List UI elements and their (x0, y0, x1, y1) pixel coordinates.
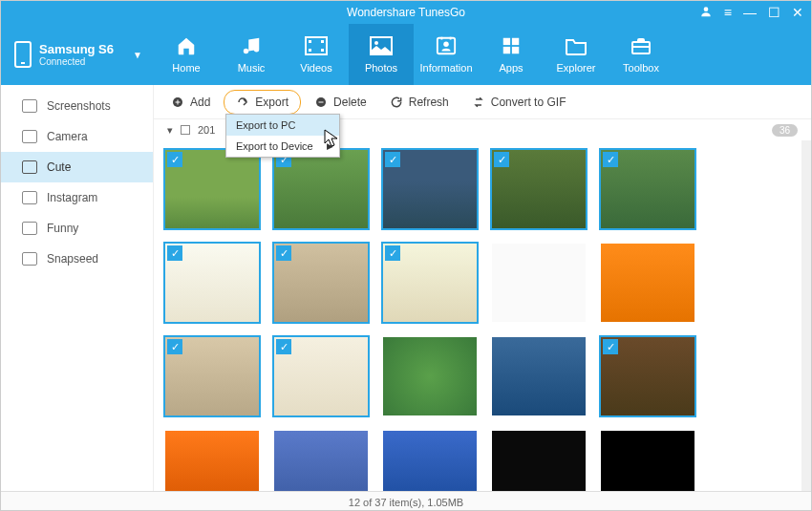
photo-thumb[interactable]: ✓ (272, 148, 370, 230)
svg-rect-13 (512, 47, 519, 53)
check-icon: ✓ (385, 245, 400, 261)
svg-rect-4 (321, 40, 324, 43)
export-button[interactable]: Export (226, 92, 298, 113)
sidebar-item-instagram[interactable]: Instagram (1, 182, 153, 213)
nav-photos[interactable]: Photos (349, 24, 414, 85)
check-icon: ✓ (494, 152, 509, 167)
thumb-image (492, 431, 586, 491)
sidebar-label: Camera (47, 130, 88, 143)
nav-label: Photos (365, 62, 397, 74)
photo-thumb[interactable]: ✓ (163, 148, 261, 230)
toolbar: Add Export Delete Refresh Convert to GIF… (154, 85, 811, 119)
sidebar-item-camera[interactable]: Camera (1, 121, 153, 152)
music-icon (239, 35, 264, 56)
nav-information[interactable]: Information (414, 24, 479, 85)
sidebar-label: Screenshots (47, 99, 111, 113)
header: Samsung S6 Connected ▼ HomeMusicVideosPh… (1, 24, 811, 85)
photo-thumb[interactable]: ✓ (381, 148, 479, 230)
status-bar: 12 of 37 item(s), 1.05MB (1, 491, 811, 511)
sidebar: ScreenshotsCameraCuteInstagramFunnySnaps… (1, 85, 154, 491)
nav-apps[interactable]: Apps (479, 24, 544, 85)
apps-icon (499, 35, 524, 56)
nav-label: Apps (499, 62, 523, 74)
photo-thumb[interactable]: ✓ (381, 242, 479, 324)
photo-thumb[interactable] (163, 429, 261, 491)
thumb-image (383, 431, 477, 491)
check-icon: ✓ (167, 339, 182, 354)
photo-thumb[interactable] (599, 242, 696, 324)
app-title: Wondershare TunesGo (347, 6, 465, 19)
album-icon (22, 160, 37, 174)
phone-icon (14, 41, 32, 68)
photo-thumb[interactable]: ✓ (163, 335, 261, 417)
photo-thumb[interactable] (381, 429, 479, 491)
nav-music[interactable]: Music (219, 24, 284, 85)
check-icon: ✓ (385, 152, 400, 167)
svg-rect-10 (503, 38, 510, 45)
device-selector[interactable]: Samsung S6 Connected ▼ (1, 24, 154, 85)
menu-icon[interactable]: ≡ (724, 5, 732, 20)
sidebar-item-cute[interactable]: Cute (1, 152, 153, 182)
nav-label: Toolbox (623, 62, 659, 74)
maximize-icon[interactable]: ☐ (768, 5, 780, 20)
checkbox-icon[interactable] (181, 125, 190, 135)
device-status: Connected (39, 56, 114, 67)
photo-thumb[interactable] (490, 335, 588, 417)
sidebar-label: Funny (47, 222, 78, 235)
svg-rect-2 (309, 40, 311, 43)
export-to-pc-item[interactable]: Export to PC (226, 115, 339, 136)
export-highlight: Export (224, 90, 301, 115)
check-icon: ✓ (276, 339, 291, 354)
nav-videos[interactable]: Videos (284, 24, 349, 85)
minimize-icon[interactable]: — (743, 5, 757, 20)
nav-label: Explorer (557, 62, 596, 74)
title-bar: Wondershare TunesGo ≡ — ☐ ✕ (1, 1, 811, 24)
collapse-icon: ▾ (167, 124, 173, 137)
nav-toolbox[interactable]: Toolbox (609, 24, 673, 85)
convert-button[interactable]: Convert to GIF (462, 92, 576, 113)
sidebar-label: Snapseed (47, 252, 98, 266)
sidebar-item-screenshots[interactable]: Screenshots (1, 91, 153, 121)
delete-button[interactable]: Delete (305, 92, 376, 113)
check-icon: ✓ (603, 152, 618, 167)
sidebar-label: Instagram (47, 191, 97, 204)
sidebar-item-funny[interactable]: Funny (1, 213, 153, 244)
photo-thumb[interactable] (272, 429, 370, 491)
thumb-image (601, 244, 694, 322)
window-controls: ≡ — ☐ ✕ (699, 1, 803, 24)
group-year: 201 (198, 124, 215, 136)
refresh-button[interactable]: Refresh (380, 92, 459, 113)
submenu-arrow-icon: ▶ (327, 141, 333, 151)
photo-thumb[interactable]: ✓ (599, 148, 696, 230)
scrollbar[interactable] (801, 140, 811, 491)
thumb-image (274, 431, 368, 491)
export-dropdown: Export to PC Export to Device▶ (225, 114, 340, 158)
main-panel: Add Export Delete Refresh Convert to GIF… (154, 85, 811, 491)
photo-thumb[interactable] (381, 335, 479, 417)
photo-thumb[interactable]: ✓ (163, 242, 261, 324)
nav-explorer[interactable]: Explorer (544, 24, 609, 85)
photo-thumb[interactable]: ✓ (490, 148, 588, 230)
thumb-image (165, 431, 259, 491)
album-icon (22, 222, 37, 235)
photo-thumb[interactable] (490, 429, 588, 491)
photo-grid: ✓✓✓✓✓✓✓✓✓✓✓ (154, 140, 801, 491)
nav-home[interactable]: Home (154, 24, 219, 85)
minus-icon (314, 96, 328, 109)
photo-thumb[interactable]: ✓ (272, 335, 370, 417)
svg-rect-11 (512, 38, 519, 45)
photo-thumb[interactable] (490, 242, 588, 324)
close-icon[interactable]: ✕ (792, 5, 803, 20)
photo-thumb[interactable]: ✓ (599, 335, 696, 417)
sidebar-item-snapseed[interactable]: Snapseed (1, 244, 153, 274)
photo-thumb[interactable] (599, 429, 696, 491)
user-icon[interactable] (699, 5, 713, 21)
thumb-image (492, 337, 586, 415)
add-button[interactable]: Add (161, 92, 220, 113)
svg-point-0 (703, 7, 708, 11)
album-icon (22, 252, 37, 266)
photo-thumb[interactable]: ✓ (272, 242, 370, 324)
status-text: 12 of 37 item(s), 1.05MB (349, 497, 463, 508)
export-to-device-item[interactable]: Export to Device▶ (226, 136, 339, 157)
group-count: 36 (772, 124, 798, 137)
